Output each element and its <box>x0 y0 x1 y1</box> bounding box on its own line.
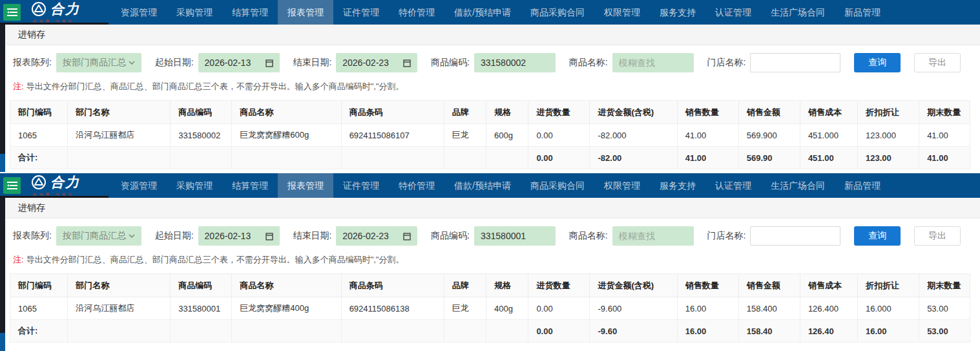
nav-item-resources[interactable]: 资源管理 <box>111 0 167 25</box>
total-row: 合计: 0.00 -82.00 41.00 569.90 451.00 123.… <box>10 147 970 169</box>
store-name-input[interactable] <box>750 226 840 246</box>
inventory-table: 部门编码 部门名称 商品编码 商品名称 商品条码 品牌 规格 进货数量 进货金额… <box>10 100 970 169</box>
cell-sales-cost: 126.400 <box>800 297 857 320</box>
end-date-label: 结束日期: <box>293 230 331 242</box>
table-row[interactable]: 1065 沿河乌江丽都店 331580001 巨龙窝窝醪糟400g 692411… <box>10 297 970 320</box>
nav-item-new-products[interactable]: 新品管理 <box>835 173 890 198</box>
nav-item-purchase-contract[interactable]: 商品采购合同 <box>521 173 594 198</box>
report-type-select[interactable]: 按部门商品汇总 <box>56 53 141 72</box>
start-date-field[interactable]: 2026-02-13 <box>198 53 280 72</box>
tab-inventory-report[interactable]: 进销存 <box>18 29 45 41</box>
header-cell: 进货金额(含税) <box>590 101 677 124</box>
end-date-field[interactable]: 2026-02-23 <box>336 53 417 72</box>
collapsed-sidebar-active-segment <box>0 333 5 351</box>
cell-product-code: 331580002 <box>171 124 232 147</box>
product-name-input[interactable] <box>612 53 694 72</box>
header-cell: 销售金额 <box>738 274 800 297</box>
nav-item-reports[interactable]: 报表管理 <box>278 173 333 198</box>
horizontal-scrollbar-thumb[interactable] <box>0 196 109 198</box>
cell-dept-code: 1065 <box>10 124 68 147</box>
header-cell: 期末数量 <box>919 274 970 297</box>
header-cell: 规格 <box>486 274 528 297</box>
header-cell: 销售成本 <box>800 274 857 297</box>
report-type-select[interactable]: 按部门商品汇总 <box>56 226 141 246</box>
start-date-field[interactable]: 2026-02-13 <box>198 226 280 246</box>
store-name-input[interactable] <box>750 53 840 72</box>
nav-item-certificates[interactable]: 证件管理 <box>333 0 389 25</box>
note-text: 导出文件分部门汇总、商品汇总、部门商品汇总三个表，不需分开导出。输入多个商品编码… <box>26 81 404 91</box>
header-cell: 期末数量 <box>919 101 970 124</box>
nav-item-purchasing[interactable]: 采购管理 <box>167 173 222 198</box>
search-button[interactable]: 查询 <box>854 53 901 72</box>
product-code-input[interactable] <box>474 53 556 72</box>
search-button[interactable]: 查询 <box>854 226 901 246</box>
cell-purchase-amount: -9.600 <box>590 297 677 320</box>
cell-dept-code: 1065 <box>10 297 68 320</box>
nav-item-special-price[interactable]: 特价管理 <box>389 173 444 198</box>
tab-bar: 进销存 <box>0 198 980 218</box>
nav-item-settlement[interactable]: 结算管理 <box>222 0 278 25</box>
nav-item-purchasing[interactable]: 采购管理 <box>167 0 222 25</box>
calendar-icon <box>266 232 273 240</box>
header-cell: 商品条码 <box>341 101 444 124</box>
nav-item-new-products[interactable]: 新品管理 <box>835 0 890 25</box>
start-date-value: 2026-02-13 <box>205 231 251 241</box>
header-cell: 商品名称 <box>232 274 341 297</box>
cell-product-code: 331580001 <box>171 297 232 320</box>
tab-inventory-report[interactable]: 进销存 <box>18 202 45 214</box>
nav-item-loan-presettle[interactable]: 借款/预结申请 <box>444 0 521 25</box>
product-code-label: 商品编码: <box>431 57 470 69</box>
collapse-menu-button[interactable] <box>3 4 21 21</box>
report-type-label: 报表陈列: <box>13 57 52 69</box>
nav-item-special-price[interactable]: 特价管理 <box>389 0 444 25</box>
nav-item-resources[interactable]: 资源管理 <box>111 173 167 198</box>
cell-sales-amount: 569.900 <box>738 124 800 147</box>
product-code-input[interactable] <box>474 226 556 246</box>
nav-item-loan-presettle[interactable]: 借款/预结申请 <box>444 173 521 198</box>
cell-brand: 巨龙 <box>444 297 486 320</box>
cell-dept-name: 沿河乌江丽都店 <box>68 297 171 320</box>
collapse-menu-button[interactable] <box>3 177 21 194</box>
filter-bar: 报表陈列: 按部门商品汇总 起始日期: 2026-02-13 结束日期: 202 <box>0 45 980 72</box>
logo-icon <box>31 175 47 190</box>
total-row: 合计: 0.00 -9.60 16.00 158.40 126.40 16.00… <box>10 320 970 343</box>
cell-sales-cost: 451.000 <box>800 124 857 147</box>
header-cell: 进货数量 <box>528 274 590 297</box>
filter-bar: 报表陈列: 按部门商品汇总 起始日期: 2026-02-13 结束日期: 202 <box>0 218 980 246</box>
nav-item-life-plaza-contract[interactable]: 生活广场合同 <box>761 173 835 198</box>
end-date-field[interactable]: 2026-02-23 <box>336 226 417 246</box>
report-panel-2: 合力 合为贵 力无边 资源管理 采购管理 结算管理 报表管理 证件管理 特价管理… <box>0 173 980 351</box>
horizontal-scrollbar-thumb[interactable] <box>0 23 109 25</box>
report-type-value: 按部门商品汇总 <box>63 230 126 242</box>
export-button[interactable]: 导出 <box>914 226 961 246</box>
product-name-label: 商品名称: <box>569 230 608 242</box>
nav-item-reports[interactable]: 报表管理 <box>278 0 333 25</box>
calendar-icon <box>266 59 273 67</box>
header-cell: 销售金额 <box>738 101 800 124</box>
brand-logo: 合力 合为贵 力无边 <box>31 173 80 198</box>
cell-product-name: 巨龙窝窝醪糟600g <box>232 124 341 147</box>
total-sales-cost: 126.40 <box>800 320 857 343</box>
nav-item-permissions[interactable]: 权限管理 <box>594 0 650 25</box>
export-button[interactable]: 导出 <box>914 53 961 72</box>
nav-item-service-support[interactable]: 服务支持 <box>650 173 705 198</box>
nav-item-settlement[interactable]: 结算管理 <box>222 173 278 198</box>
table-row[interactable]: 1065 沿河乌江丽都店 331580002 巨龙窝窝醪糟600g 692411… <box>10 124 970 147</box>
nav-item-certification[interactable]: 认证管理 <box>705 173 761 198</box>
cell-spec: 600g <box>486 124 528 147</box>
tab-bar: 进销存 <box>0 25 980 45</box>
nav-item-certification[interactable]: 认证管理 <box>705 0 761 25</box>
nav-item-certificates[interactable]: 证件管理 <box>333 173 389 198</box>
brand-logo: 合力 合为贵 力无边 <box>31 0 80 25</box>
product-name-input[interactable] <box>612 226 694 246</box>
cell-sales-qty: 41.00 <box>677 124 738 147</box>
calendar-icon <box>403 59 411 67</box>
nav-item-life-plaza-contract[interactable]: 生活广场合同 <box>761 0 835 25</box>
top-navbar: 合力 合为贵 力无边 资源管理 采购管理 结算管理 报表管理 证件管理 特价管理… <box>0 173 980 198</box>
header-cell: 进货金额(含税) <box>590 274 677 297</box>
nav-item-permissions[interactable]: 权限管理 <box>594 173 650 198</box>
nav-item-purchase-contract[interactable]: 商品采购合同 <box>521 0 594 25</box>
nav-item-service-support[interactable]: 服务支持 <box>650 0 705 25</box>
header-cell: 折扣折让 <box>858 101 919 124</box>
start-date-value: 2026-02-13 <box>205 58 251 68</box>
